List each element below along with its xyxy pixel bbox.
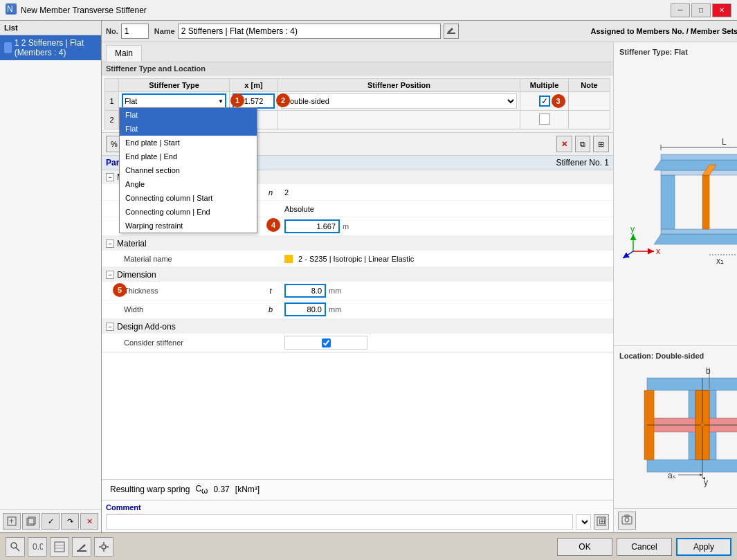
beam-3d-diagram: x y z — [619, 120, 737, 279]
paste-button[interactable]: ⊞ — [593, 136, 609, 152]
material-label: Material — [117, 239, 147, 249]
row1-type-cell: Flat ▼ Flat Flat End plate | Start End p… — [119, 92, 230, 111]
sidebar-check-btn[interactable]: ✓ — [42, 513, 60, 530]
delete-row-button[interactable]: ✕ — [556, 136, 572, 152]
edit-button[interactable] — [72, 537, 91, 557]
ok-button[interactable]: OK — [557, 538, 612, 556]
minimize-button[interactable]: ─ — [671, 3, 690, 17]
sidebar-add-btn[interactable]: + — [3, 513, 21, 530]
width-label: Width — [118, 305, 257, 314]
material-header[interactable]: − Material — [102, 237, 613, 251]
bottom-bar: 0.00 OK Cancel Apply — [0, 532, 737, 560]
annotation-1: 1 — [230, 93, 244, 107]
offset-input[interactable] — [284, 219, 340, 233]
design-addons-header[interactable]: − Design Add-ons — [102, 320, 613, 334]
dropdown-item-col-start[interactable]: Connecting column | Start — [120, 191, 257, 205]
comment-dropdown[interactable] — [576, 514, 591, 530]
thickness-row: Thickness t mm 5 — [102, 282, 613, 300]
dropdown-item-end-start[interactable]: End plate | Start — [120, 136, 257, 150]
dropdown-item-warp[interactable]: Warping restraint — [120, 219, 257, 233]
expand-icon[interactable]: − — [106, 173, 114, 181]
comment-label: Comment — [106, 503, 609, 512]
apply-button[interactable]: Apply — [676, 538, 731, 556]
svg-rect-65 — [77, 550, 87, 552]
col-x-header: x [m] — [230, 79, 278, 92]
dropdown-item-angle[interactable]: Angle — [120, 177, 257, 191]
left-panel: Main Stiffener Type and Location Stiffen… — [102, 42, 614, 532]
header-row: No. Name Assigned to Members No. / Membe… — [102, 21, 737, 42]
warp-unit: [kNm³] — [235, 485, 260, 494]
name-edit-button[interactable] — [444, 24, 459, 39]
no-input[interactable] — [121, 24, 149, 39]
design-addons-label: Design Add-ons — [117, 322, 176, 332]
tab-main[interactable]: Main — [106, 45, 142, 62]
dropdown-item-col-end[interactable]: Connecting column | End — [120, 205, 257, 219]
material-icon — [284, 255, 293, 263]
screenshot-button[interactable] — [618, 512, 636, 530]
close-button[interactable]: ✕ — [712, 3, 731, 17]
diagram-location-title: Location: Double-sided — [619, 352, 737, 360]
comment-section: Comment ⊞ — [102, 500, 613, 532]
dropdown-item-flat2[interactable]: Flat — [120, 122, 257, 136]
table-row: 1 Flat ▼ Flat Flat — [105, 92, 610, 111]
svg-marker-7 — [448, 28, 453, 33]
window-title: New Member Transverse Stiffener — [21, 6, 671, 15]
sidebar-header: List — [0, 21, 101, 35]
expand-material-icon[interactable]: − — [106, 240, 114, 248]
svg-marker-17 — [654, 234, 737, 244]
svg-marker-19 — [661, 175, 675, 229]
dimension-header[interactable]: − Dimension — [102, 268, 613, 282]
thickness-input[interactable] — [284, 284, 326, 298]
dropdown-item-end-end[interactable]: End plate | End — [120, 150, 257, 163]
row1-position-cell: Double-sided — [278, 92, 520, 111]
expand-design-icon[interactable]: − — [106, 323, 114, 331]
warp-value: 0.37 — [213, 485, 229, 494]
svg-rect-6 — [447, 33, 455, 34]
dropdown-menu: Flat Flat End plate | Start End plate | … — [119, 107, 257, 233]
diagram-toolbar — [614, 508, 737, 532]
svg-text:⊞: ⊞ — [599, 516, 606, 526]
dropdown-item-channel[interactable]: Channel section — [120, 163, 257, 177]
table-button[interactable] — [50, 537, 69, 557]
width-unit: mm — [329, 305, 341, 314]
svg-text:N: N — [7, 4, 13, 14]
expand-dimension-icon[interactable]: − — [106, 271, 114, 279]
consider-stiffener-checkbox-container — [284, 336, 367, 350]
comment-input[interactable] — [106, 514, 573, 530]
sidebar-duplicate-btn[interactable] — [22, 513, 40, 530]
sidebar-item-1[interactable]: 1 2 Stiffeners | Flat (Members : 4) — [0, 35, 101, 60]
copy-button[interactable]: ⧉ — [575, 136, 590, 152]
numpad-button[interactable]: 0.00 — [28, 537, 47, 557]
sidebar-arrow-btn[interactable]: ↷ — [61, 513, 79, 530]
sidebar-delete-btn[interactable]: ✕ — [80, 513, 98, 530]
cancel-button[interactable]: Cancel — [617, 538, 672, 556]
row1-multiple-checkbox[interactable]: ✓ — [539, 96, 550, 107]
content-split: Main Stiffener Type and Location Stiffen… — [102, 42, 737, 532]
svg-point-66 — [102, 545, 106, 549]
row2-multiple-checkbox[interactable] — [539, 114, 550, 125]
consider-stiffener-row: Consider stiffener — [102, 334, 613, 352]
material-value-cell: 2 - S235 | Isotropic | Linear Elastic — [284, 255, 609, 263]
width-input[interactable] — [284, 302, 326, 316]
stiffener-icon — [4, 42, 12, 53]
name-input[interactable] — [178, 24, 441, 39]
col-type-header: Stiffener Type — [119, 79, 230, 92]
sidebar: List 1 2 Stiffeners | Flat (Members : 4)… — [0, 21, 102, 532]
warp-subscript: ω — [201, 486, 208, 496]
row1-multiple-cell: ✓ 3 — [520, 92, 569, 111]
svg-line-59 — [16, 548, 19, 551]
row1-position-select[interactable]: Double-sided — [281, 93, 517, 109]
search-button[interactable] — [6, 537, 25, 557]
settings-button[interactable] — [94, 537, 113, 557]
thickness-unit: mm — [329, 287, 341, 295]
consider-stiffener-checkbox[interactable] — [322, 338, 331, 347]
row1-type-value: Flat — [125, 97, 218, 105]
maximize-button[interactable]: □ — [691, 3, 711, 17]
dropdown-item-flat[interactable]: Flat — [120, 108, 257, 122]
offset-def-value: Absolute — [284, 205, 314, 213]
diagram-top: Stiffener Type: Flat x y z — [614, 42, 737, 345]
no-field: No. — [106, 24, 149, 39]
comment-button[interactable]: ⊞ — [594, 514, 609, 530]
row1-dropdown[interactable]: Flat ▼ — [122, 93, 226, 109]
width-row: Width b mm — [102, 300, 613, 319]
